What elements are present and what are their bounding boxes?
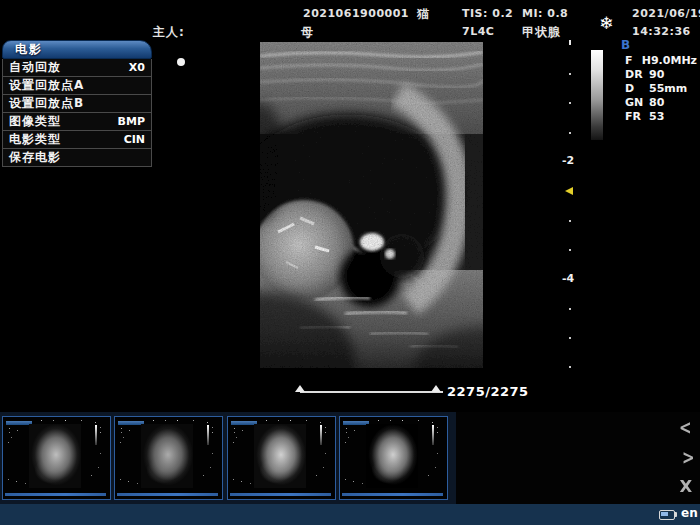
param-fr-label: FR: [625, 110, 649, 124]
menu-item-set-replay-point-b[interactable]: 设置回放点B: [2, 95, 152, 113]
thumb-ultrasound: [254, 424, 306, 488]
param-fr-value: 53: [649, 110, 664, 124]
frame-counter: 2275/2275: [447, 384, 529, 399]
date-value: 2021/06/19: [632, 7, 700, 20]
status-bar: [0, 504, 700, 525]
thumb-ultrasound: [366, 424, 418, 488]
thumb-grayscale-bar: [95, 425, 97, 445]
param-d-value: 55mm: [649, 82, 687, 96]
patient-id: 2021061900001: [303, 7, 409, 20]
cine-menu-title: 电影: [2, 40, 152, 59]
mi-value: MI: 0.8: [522, 7, 568, 20]
depth-label-2: -2: [562, 154, 574, 167]
filmstrip-thumbnail[interactable]: [227, 416, 336, 500]
battery-icon: [659, 510, 675, 520]
filmstrip-thumbnail[interactable]: [114, 416, 223, 500]
mode-label: B: [621, 38, 630, 52]
param-d-label: D: [625, 82, 649, 96]
menu-item-save-cine[interactable]: 保存电影: [2, 149, 152, 167]
filmstrip-thumbnail[interactable]: [339, 416, 448, 500]
filmstrip-thumbnail[interactable]: [2, 416, 111, 500]
freeze-icon: ❄: [599, 13, 613, 33]
close-icon[interactable]: X: [679, 479, 692, 496]
menu-item-set-replay-point-a[interactable]: 设置回放点A: [2, 77, 152, 95]
menu-item-cine-type[interactable]: 电影类型 CIN: [2, 131, 152, 149]
cine-start-marker-icon[interactable]: [295, 385, 305, 392]
menu-item-image-type[interactable]: 图像类型 BMP: [2, 113, 152, 131]
depth-label-4: -4: [562, 272, 574, 285]
language-indicator[interactable]: en: [681, 506, 698, 520]
ultrasound-render: [260, 42, 483, 368]
thumb-ultrasound: [29, 424, 81, 488]
thumb-grayscale-bar: [207, 425, 209, 445]
ultrasound-image: [260, 42, 483, 368]
param-dr-value: 90: [649, 68, 664, 82]
param-gn-label: GN: [625, 96, 649, 110]
probe-orientation-marker: [177, 58, 185, 66]
cine-end-marker-icon[interactable]: [431, 385, 441, 392]
cine-progress-line[interactable]: [300, 391, 443, 393]
filmstrip-empty-area: [456, 412, 700, 504]
depth-tick-dots: [569, 0, 571, 2]
battery-fill: [661, 512, 668, 516]
thumb-grayscale-bar: [320, 425, 322, 445]
thumb-grayscale-bar: [432, 425, 434, 445]
sex-label: 母: [301, 24, 314, 41]
thumb-bottom-bar: [342, 493, 443, 496]
param-gn-value: 80: [649, 96, 664, 110]
species-label: 猫: [417, 6, 430, 23]
focus-marker-icon: [565, 187, 573, 195]
preset-label: 甲状腺: [522, 24, 561, 41]
thumb-bottom-bar: [5, 493, 106, 496]
cine-menu: 电影 自动回放 X0 设置回放点A 设置回放点B 图像类型 BMP 电影类型 C…: [2, 40, 152, 167]
grayscale-bar: [591, 50, 603, 140]
menu-item-auto-replay[interactable]: 自动回放 X0: [2, 59, 152, 77]
thumb-bottom-bar: [230, 493, 331, 496]
time-value: 14:32:36: [632, 25, 691, 38]
tis-value: TIS: 0.2: [462, 7, 513, 20]
param-dr-label: DR: [625, 68, 649, 82]
param-f-value: H9.0MHz: [642, 54, 697, 68]
param-f-label: F: [625, 54, 642, 68]
thumb-ultrasound: [141, 424, 193, 488]
depth-tick-zero: [569, 40, 571, 45]
battery-nub: [675, 512, 677, 517]
prev-page-icon[interactable]: <: [679, 419, 692, 438]
probe-label: 7L4C: [462, 25, 494, 38]
thumb-bottom-bar: [117, 493, 218, 496]
next-page-icon[interactable]: >: [682, 449, 695, 468]
ultrasound-app: 2021061900001 猫 TIS: 0.2 MI: 0.8 ❄ 2021/…: [0, 0, 700, 525]
owner-label: 主人:: [153, 24, 185, 41]
